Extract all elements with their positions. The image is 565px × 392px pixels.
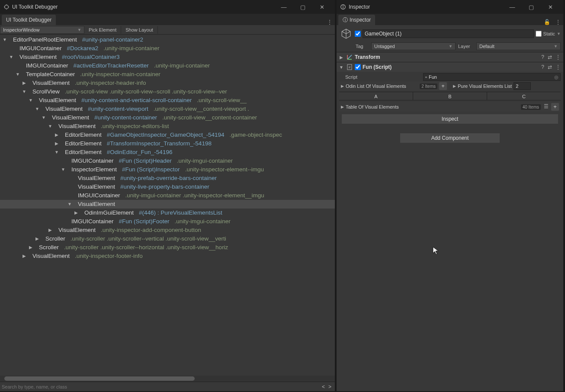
tab-menu-icon[interactable]: ⋮ <box>324 19 335 25</box>
tree-row[interactable]: ▶IMGUIContainer#activeEditorTrackerReset… <box>0 61 335 70</box>
tree-row[interactable]: ▼VisualElement#unity-content-and-vertica… <box>0 96 335 105</box>
col-c[interactable]: C <box>487 92 561 100</box>
tree-row[interactable]: ▼InspectorElement#Fun (Script)Inspector.… <box>0 165 335 174</box>
foldout-icon[interactable]: ▶ <box>54 131 60 139</box>
foldout-icon[interactable]: ▶ <box>47 226 53 235</box>
tree-row[interactable]: ▼VisualElement.unity-inspector-editors-l… <box>0 122 335 131</box>
foldout-icon[interactable]: ▼ <box>34 105 40 113</box>
preset-icon[interactable]: ⇄ <box>547 64 553 70</box>
foldout-icon[interactable]: ▶ <box>453 84 456 88</box>
script-object-field[interactable]: ▫ Fun ◎ <box>423 73 561 81</box>
foldout-icon[interactable]: ▼ <box>15 70 21 79</box>
foldout-icon[interactable]: ▼ <box>338 65 344 70</box>
element-name: EditorElement <box>65 139 102 148</box>
add-row-button[interactable]: + <box>551 103 559 111</box>
foldout-icon[interactable]: ▼ <box>28 96 34 105</box>
close-button[interactable]: ✕ <box>541 4 560 10</box>
foldout-icon[interactable]: ▶ <box>341 105 344 109</box>
static-dropdown-icon[interactable]: ▼ <box>557 32 561 36</box>
tree-row[interactable]: ▶VisualElement.unity-inspector-add-compo… <box>0 226 335 235</box>
tree-row[interactable]: ▼VisualElement#rootVisualContainer3 <box>0 53 335 61</box>
object-picker-icon[interactable]: ◎ <box>554 74 559 80</box>
fun-header[interactable]: ▼ # Fun (Script) ? ⇄ ⋮ <box>337 62 563 72</box>
layer-dropdown[interactable]: Default▼ <box>476 42 561 50</box>
tree-row[interactable]: ▶IMGUIContainer#Fun (Script)Footer.unity… <box>0 217 335 226</box>
inspect-button[interactable]: Inspect <box>342 114 558 124</box>
tree-row[interactable]: ▶EditorElement#TransformInspector_Transf… <box>0 139 335 148</box>
show-layout-button[interactable]: Show Layout <box>121 26 158 34</box>
foldout-icon[interactable]: ▶ <box>21 252 27 260</box>
tree-row[interactable]: ▶VisualElement.unity-inspector-header-in… <box>0 79 335 87</box>
maximize-button[interactable]: ▢ <box>522 4 541 10</box>
col-a[interactable]: A <box>339 92 413 100</box>
table-header[interactable]: ▶ Table Of Visual Elements 40 Items ☰ + <box>339 102 561 112</box>
tree-row[interactable]: ▶VisualElement#unity-prefab-override-bar… <box>0 174 335 183</box>
static-checkbox[interactable] <box>536 31 542 37</box>
foldout-icon[interactable]: ▼ <box>60 165 66 174</box>
tree-row[interactable]: ▶Scroller.unity-scroller .unity-scroller… <box>0 235 335 243</box>
minimize-button[interactable]: — <box>274 4 293 10</box>
tree-row[interactable]: ▶VisualElement.unity-inspector-footer-in… <box>0 252 335 260</box>
pure-count-input[interactable] <box>514 82 531 90</box>
tree-row[interactable]: ▶IMGUIContainer.unity-imgui-container .u… <box>0 191 335 200</box>
odin-list-header[interactable]: ▶ Odin List Of Visual Elements 2 Items + <box>339 81 449 91</box>
tree-row[interactable]: ▼EditorPanelRootElement#unity-panel-cont… <box>0 35 335 44</box>
tree-row[interactable]: ▼ScrollView.unity-scroll-view .unity-scr… <box>0 87 335 96</box>
tree-row[interactable]: ▶VisualElement#unity-live-property-bars-… <box>0 183 335 191</box>
foldout-icon[interactable]: ▶ <box>341 84 344 88</box>
tree-row[interactable]: ▼VisualElement#unity-content-container.u… <box>0 113 335 122</box>
inspector-tab[interactable]: ⓘ Inspector <box>338 15 375 25</box>
tree-row[interactable]: ▶IMGUIContainer#Fun (Script)Header.unity… <box>0 157 335 165</box>
search-prev-button[interactable]: < <box>320 384 327 390</box>
pick-element-button[interactable]: Pick Element <box>84 26 121 34</box>
foldout-icon[interactable]: ▶ <box>34 235 40 243</box>
foldout-icon[interactable]: ▶ <box>73 209 79 217</box>
debugger-tab[interactable]: UI Toolkit Debugger <box>2 15 56 25</box>
element-class: .unity-inspector-footer-info <box>75 252 143 260</box>
minimize-button[interactable]: — <box>503 4 522 10</box>
foldout-icon[interactable]: ▼ <box>41 113 47 122</box>
maximize-button[interactable]: ▢ <box>293 4 312 10</box>
foldout-icon[interactable]: ▼ <box>21 87 27 96</box>
foldout-icon[interactable]: ▼ <box>54 148 60 157</box>
add-component-button[interactable]: Add Component <box>400 133 500 143</box>
element-tree[interactable]: ▼EditorPanelRootElement#unity-panel-cont… <box>0 35 335 376</box>
tree-h-scrollbar[interactable] <box>0 376 335 382</box>
element-name: Scroller <box>45 235 65 243</box>
gameobject-name-input[interactable] <box>363 29 534 38</box>
tree-row[interactable]: ▼TemplateContainer.unity-inspector-main-… <box>0 70 335 79</box>
tree-row[interactable]: ▼VisualElement <box>0 200 335 209</box>
tab-menu-icon[interactable]: ⋮ <box>553 19 563 25</box>
foldout-icon[interactable]: ▼ <box>47 122 53 131</box>
tree-row[interactable]: ▶IMGUIContainer#Dockarea2.unity-imgui-co… <box>0 44 335 53</box>
menu-icon[interactable]: ⋮ <box>555 64 562 70</box>
gameobject-active-checkbox[interactable] <box>355 31 361 37</box>
menu-icon[interactable]: ⋮ <box>555 54 562 60</box>
tree-search-input[interactable] <box>2 384 320 389</box>
tree-row[interactable]: ▼EditorElement#OdinEditor_Fun_-54196 <box>0 148 335 157</box>
foldout-icon[interactable]: ▶ <box>54 139 60 148</box>
search-next-button[interactable]: > <box>327 384 333 390</box>
foldout-icon[interactable]: ▶ <box>28 243 34 252</box>
tree-row[interactable]: ▼VisualElement#unity-content-viewport.un… <box>0 105 335 113</box>
transform-header[interactable]: ▶ Transform ? ⇄ ⋮ <box>337 52 563 62</box>
list-icon[interactable]: ☰ <box>543 103 549 110</box>
lock-icon[interactable]: 🔓 <box>541 19 553 25</box>
foldout-icon[interactable]: ▶ <box>21 79 27 87</box>
add-odin-button[interactable]: + <box>439 82 447 90</box>
tree-row[interactable]: ▶Scroller.unity-scroller .unity-scroller… <box>0 243 335 252</box>
foldout-icon[interactable]: ▼ <box>67 200 73 209</box>
tree-row[interactable]: ▶EditorElement#GameObjectInspector_GameO… <box>0 131 335 139</box>
tree-row[interactable]: ▶OdinImGuiElement#(446) : PureVisualElem… <box>0 209 335 217</box>
tag-dropdown[interactable]: Untagged▼ <box>371 42 456 50</box>
fun-enabled-checkbox[interactable] <box>355 64 361 70</box>
help-icon[interactable]: ? <box>540 64 545 70</box>
preset-icon[interactable]: ⇄ <box>547 54 553 60</box>
help-icon[interactable]: ? <box>540 54 545 60</box>
foldout-icon[interactable]: ▼ <box>2 35 8 44</box>
close-button[interactable]: ✕ <box>312 4 331 10</box>
foldout-icon[interactable]: ▶ <box>338 55 344 60</box>
target-dropdown[interactable]: InspectorWindow▼ <box>0 26 84 34</box>
col-b[interactable]: B <box>413 92 487 100</box>
foldout-icon[interactable]: ▼ <box>8 53 14 61</box>
